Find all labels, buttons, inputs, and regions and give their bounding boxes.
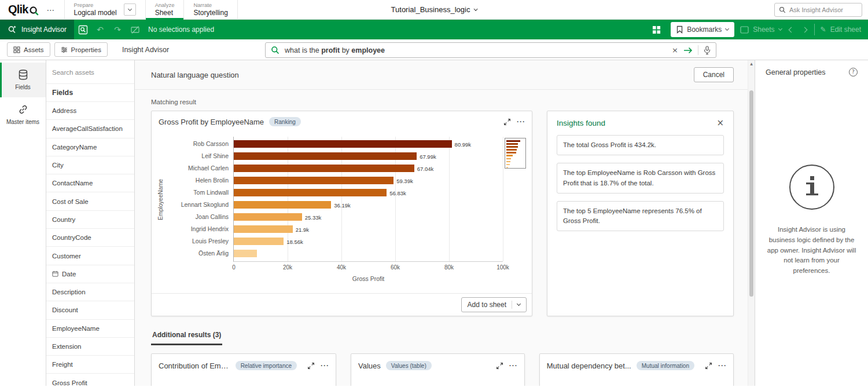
clear-query-icon[interactable]: × bbox=[672, 46, 678, 54]
charts-grid-icon[interactable] bbox=[648, 20, 665, 39]
insight-item[interactable]: The top EmployeeName is Rob Carsson with… bbox=[557, 163, 724, 194]
logical-model-dropdown-button[interactable] bbox=[124, 3, 136, 16]
field-item[interactable]: EmployeeName bbox=[46, 320, 134, 338]
category-label[interactable]: Helen Brolin bbox=[165, 174, 233, 187]
category-label[interactable]: Ingrid Hendrix bbox=[165, 223, 233, 235]
smart-search-icon[interactable] bbox=[74, 20, 91, 39]
properties-tab[interactable]: Properties bbox=[54, 42, 108, 57]
field-item[interactable]: Description bbox=[46, 283, 134, 301]
expand-icon[interactable] bbox=[705, 362, 712, 370]
qlik-logo: Qlik bbox=[8, 3, 39, 16]
field-item[interactable]: Country bbox=[46, 211, 134, 229]
category-label[interactable]: Rob Carsson bbox=[165, 138, 233, 150]
edit-sheet-label: Edit sheet bbox=[830, 25, 861, 34]
panel-header: Assets Properties Insight Advisor what i… bbox=[0, 39, 868, 60]
expand-icon[interactable] bbox=[496, 362, 503, 370]
sheets-label: Sheets bbox=[753, 25, 774, 34]
category-label[interactable]: Louis Presley bbox=[165, 235, 233, 247]
undo-icon[interactable]: ↶ bbox=[91, 20, 109, 39]
redo-icon[interactable]: ↷ bbox=[109, 20, 126, 39]
category-label[interactable]: Joan Callins bbox=[165, 211, 233, 223]
category-label[interactable]: Lennart Skoglund bbox=[165, 199, 233, 211]
chart-minimap[interactable] bbox=[505, 138, 526, 169]
chart-bar[interactable] bbox=[234, 177, 393, 184]
calendar-icon bbox=[52, 271, 58, 277]
insight-advisor-panel-title: Insight Advisor bbox=[122, 46, 169, 54]
sheets-button[interactable]: Sheets bbox=[740, 25, 781, 34]
submit-query-arrow-icon[interactable] bbox=[683, 47, 693, 54]
previous-sheet-button[interactable] bbox=[788, 28, 795, 32]
cancel-button[interactable]: Cancel bbox=[694, 67, 734, 82]
category-label[interactable]: Michael Carlen bbox=[165, 162, 233, 174]
close-icon[interactable]: × bbox=[716, 119, 724, 127]
app-title[interactable]: Tutorial_Business_logic bbox=[391, 5, 477, 14]
field-item[interactable]: CategoryName bbox=[46, 138, 134, 156]
ask-insight-advisor-input[interactable] bbox=[789, 6, 858, 13]
field-item[interactable]: CountryCode bbox=[46, 229, 134, 247]
rail-item-fields[interactable]: Fields bbox=[0, 63, 46, 97]
more-options-icon[interactable]: ⋯ bbox=[509, 362, 517, 370]
field-item[interactable]: Date bbox=[46, 265, 134, 283]
insight-item[interactable]: The top 5 EmployeeName represents 76.5% … bbox=[557, 201, 724, 232]
field-item[interactable]: Discount bbox=[46, 301, 134, 319]
x-tick-label: 80k bbox=[444, 264, 454, 271]
more-options-icon[interactable]: ⋯ bbox=[718, 362, 726, 370]
nav-prepare-logical-model[interactable]: Prepare Logical model bbox=[65, 0, 146, 20]
field-item[interactable]: AverageCallSatisfaction bbox=[46, 120, 134, 138]
scrollbar-thumb[interactable] bbox=[749, 90, 753, 297]
clear-selections-glyph bbox=[130, 25, 140, 35]
more-options-icon[interactable]: ⋯ bbox=[516, 118, 525, 126]
help-icon[interactable]: ? bbox=[849, 68, 858, 76]
field-item[interactable]: Freight bbox=[46, 356, 134, 374]
asset-search[interactable] bbox=[46, 60, 134, 84]
chart-bar[interactable] bbox=[234, 225, 293, 233]
insight-advisor-button[interactable]: Insight Advisor bbox=[0, 20, 74, 39]
insight-item[interactable]: The total Gross Profit is 434.2k. bbox=[557, 135, 724, 155]
clear-selections-icon[interactable] bbox=[126, 20, 144, 39]
nav-narrate-storytelling[interactable]: Narrate Storytelling bbox=[184, 0, 237, 20]
expand-icon[interactable] bbox=[307, 362, 315, 370]
rail-item-master-items[interactable]: Master items bbox=[0, 97, 46, 132]
scroll-up-icon[interactable]: ▲ bbox=[750, 62, 753, 65]
results-header: Natural language question Cancel bbox=[135, 60, 748, 90]
chart-bar[interactable] bbox=[234, 238, 284, 245]
more-options-icon[interactable]: ⋯ bbox=[320, 362, 329, 370]
selections-status: No selections applied bbox=[148, 25, 214, 34]
field-item[interactable]: Cost of Sale bbox=[46, 192, 134, 210]
edit-sheet-button[interactable]: ✎ Edit sheet bbox=[821, 25, 861, 34]
properties-header: General properties ? bbox=[766, 68, 858, 76]
app-title-text: Tutorial_Business_logic bbox=[391, 5, 470, 14]
bar-chart: EmployeeName Rob CarssonLeif ShineMichae… bbox=[152, 129, 532, 293]
microphone-icon[interactable] bbox=[704, 46, 711, 54]
gridline bbox=[449, 137, 450, 261]
chart-bar[interactable] bbox=[234, 201, 331, 209]
global-search[interactable] bbox=[774, 3, 862, 17]
category-label[interactable]: Tom Lindwall bbox=[165, 187, 233, 199]
search-assets-input[interactable] bbox=[52, 69, 128, 76]
chart-bar[interactable] bbox=[234, 250, 257, 257]
global-more-menu-icon[interactable]: ⋯ bbox=[47, 6, 55, 14]
nav-analyze-sheet[interactable]: Analyze Sheet bbox=[146, 0, 185, 20]
vertical-scrollbar[interactable]: ▲ bbox=[748, 60, 755, 386]
chart-bar[interactable] bbox=[234, 213, 302, 221]
category-label[interactable]: Leif Shine bbox=[165, 150, 233, 162]
additional-results-tab[interactable]: Additional results (3) bbox=[151, 331, 222, 345]
assets-tab[interactable]: Assets bbox=[7, 42, 50, 57]
chart-bar[interactable] bbox=[234, 165, 414, 172]
field-item[interactable]: City bbox=[46, 156, 134, 174]
add-to-sheet-button[interactable]: Add to sheet bbox=[461, 297, 527, 312]
chart-bar[interactable] bbox=[234, 140, 452, 148]
field-item[interactable]: Gross Profit bbox=[46, 374, 134, 386]
field-item[interactable]: Extension bbox=[46, 338, 134, 356]
category-label[interactable]: Östen Ärlig bbox=[165, 247, 233, 260]
field-item[interactable]: ContactName bbox=[46, 174, 134, 192]
bookmarks-button[interactable]: Bookmarks bbox=[671, 22, 734, 37]
nl-query-input[interactable]: what is the profit by employee × bbox=[265, 42, 716, 58]
field-item[interactable]: Address bbox=[46, 102, 134, 120]
minimap-bar bbox=[506, 158, 511, 160]
field-item[interactable]: Customer bbox=[46, 247, 134, 265]
chart-bar[interactable] bbox=[234, 189, 387, 196]
next-sheet-button[interactable] bbox=[801, 28, 808, 32]
expand-icon[interactable] bbox=[503, 118, 511, 126]
chart-bar[interactable] bbox=[234, 152, 417, 160]
